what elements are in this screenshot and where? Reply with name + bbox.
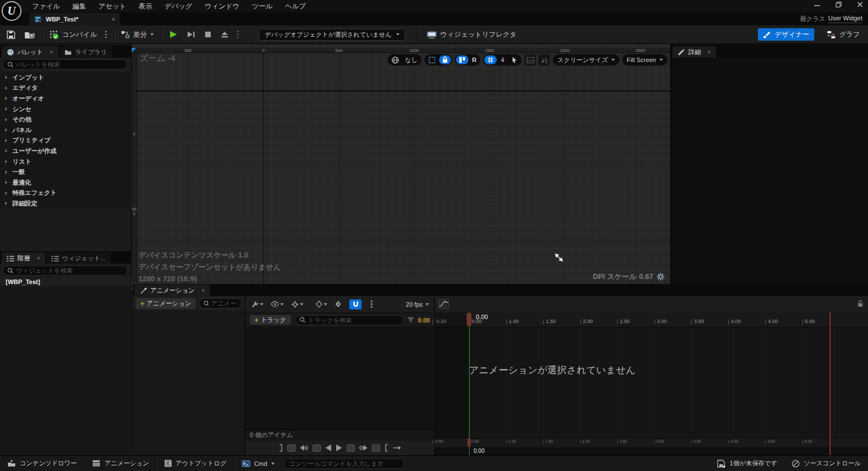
- sequencer-options-button[interactable]: [251, 300, 263, 308]
- jump-to-end-icon[interactable]: [384, 444, 389, 452]
- compile-options-icon[interactable]: [103, 31, 108, 38]
- menu-item[interactable]: ヘルプ: [279, 2, 312, 11]
- play-button[interactable]: [166, 29, 180, 40]
- palette-category[interactable]: プリミティブ: [0, 136, 132, 146]
- palette-search-input[interactable]: [16, 61, 123, 68]
- graph-mode-button[interactable]: グラフ: [827, 28, 860, 41]
- menu-item[interactable]: 表示: [132, 2, 158, 11]
- playback-end-marker[interactable]: [830, 312, 831, 455]
- menu-item[interactable]: アセット: [92, 2, 132, 11]
- unsaved-status[interactable]: 1個が未保存です: [710, 456, 784, 471]
- tab-hierarchy[interactable]: 階層×: [2, 252, 45, 264]
- palette-category[interactable]: 特殊エフェクト: [0, 188, 132, 199]
- stop-button[interactable]: [202, 30, 214, 38]
- animation-search[interactable]: [199, 298, 242, 308]
- console-input-pill[interactable]: [284, 459, 404, 469]
- restore-icon[interactable]: [835, 1, 842, 8]
- tab-palette[interactable]: パレット×: [2, 46, 58, 58]
- output-log-button[interactable]: アウトプットログ: [157, 456, 235, 471]
- source-control-button[interactable]: ソースコントロール: [784, 456, 868, 471]
- palette-category[interactable]: シンセ: [0, 104, 132, 115]
- add-track-button[interactable]: + トラック: [250, 315, 291, 325]
- playhead-handle[interactable]: [467, 313, 471, 326]
- next-key-icon[interactable]: [359, 444, 368, 451]
- grid-size-value[interactable]: 4: [497, 55, 507, 64]
- set-end-button[interactable]: [372, 444, 380, 452]
- screen-size-dropdown[interactable]: スクリーンサイズ: [553, 54, 619, 66]
- localization-preview-pill[interactable]: なし: [388, 54, 422, 66]
- snap-cursor-icon[interactable]: [508, 55, 520, 64]
- step-back-button[interactable]: [313, 444, 321, 452]
- tab-animation[interactable]: アニメーション×: [134, 285, 210, 296]
- console-command-input[interactable]: [289, 460, 400, 467]
- menu-item[interactable]: デバッグ: [158, 2, 198, 11]
- auto-key-button[interactable]: [335, 300, 342, 308]
- flip-preview-icon[interactable]: [539, 54, 550, 66]
- playhead-handle-bottom[interactable]: [467, 438, 471, 447]
- close-icon[interactable]: ×: [37, 255, 40, 261]
- close-icon[interactable]: ×: [708, 49, 711, 55]
- minimize-icon[interactable]: [814, 1, 821, 8]
- browse-asset-button[interactable]: [23, 30, 37, 40]
- animation-drawer-button[interactable]: アニメーション: [85, 456, 157, 471]
- loop-mode-icon[interactable]: [393, 445, 402, 451]
- add-animation-button[interactable]: + アニメーション: [136, 298, 196, 309]
- compile-button[interactable]: コンパイル: [47, 30, 98, 40]
- previous-key-icon[interactable]: [300, 444, 309, 451]
- fill-screen-dropdown[interactable]: Fill Screen: [622, 54, 667, 66]
- play-options-icon[interactable]: [236, 31, 241, 38]
- diff-button[interactable]: 差分: [119, 30, 155, 40]
- playhead-line[interactable]: [469, 312, 470, 455]
- parent-class-link[interactable]: User Widget: [828, 15, 862, 23]
- localization-none-label[interactable]: なし: [402, 55, 421, 64]
- grid-icon[interactable]: [484, 55, 497, 64]
- track-time-display[interactable]: 0.00: [418, 317, 430, 324]
- play-forward-icon[interactable]: [336, 444, 342, 452]
- designer-canvas[interactable]: 50005001000150020002500 05001000 ズーム -4 …: [132, 44, 670, 284]
- widget-reflector-button[interactable]: ウィジェットリフレクタ: [425, 30, 518, 40]
- menu-item[interactable]: ファイル: [26, 2, 66, 11]
- palette-category[interactable]: 最適化: [0, 177, 132, 188]
- asset-tab-wbp-test[interactable]: WBP_Test* ×: [29, 13, 120, 25]
- dpi-settings-gear-icon[interactable]: [657, 273, 665, 281]
- keyframe-options-button[interactable]: [315, 300, 327, 308]
- palette-category[interactable]: ユーザーが作成: [0, 146, 132, 156]
- hierarchy-root-item[interactable]: [WBP_Test]: [0, 277, 132, 286]
- preview-background-icon[interactable]: [524, 54, 536, 66]
- save-button[interactable]: [5, 30, 18, 40]
- hierarchy-search[interactable]: [3, 265, 128, 276]
- menu-item[interactable]: ウィンドウ: [198, 2, 245, 11]
- play-reverse-icon[interactable]: [325, 444, 332, 452]
- asset-tab-close-icon[interactable]: ×: [112, 16, 115, 23]
- cmd-dropdown[interactable]: Cmd: [235, 456, 282, 471]
- sequencer-view-button[interactable]: [271, 301, 284, 307]
- palette-category[interactable]: リスト: [0, 156, 132, 167]
- lock-icon[interactable]: [439, 55, 451, 64]
- sequencer-more-icon[interactable]: [369, 300, 374, 308]
- track-search-input[interactable]: [308, 317, 399, 324]
- set-start-button[interactable]: [287, 444, 296, 452]
- timeline-ruler[interactable]: -0.500.501.001.502.002.503.003.504.004.5…: [434, 312, 868, 328]
- tab-widget-details[interactable]: ウィジェット...: [46, 252, 111, 264]
- filter-funnel-icon[interactable]: [407, 317, 414, 323]
- palette-search[interactable]: [3, 59, 128, 69]
- animation-search-input[interactable]: [211, 300, 237, 307]
- menu-item[interactable]: 編集: [66, 2, 92, 11]
- outline-toggle-icon[interactable]: [426, 55, 439, 64]
- close-window-icon[interactable]: [857, 1, 863, 8]
- step-forward-button[interactable]: [346, 444, 355, 452]
- timeline-ruler-bottom[interactable]: -0.500.501.001.502.002.503.003.504.004.5…: [434, 438, 868, 447]
- close-icon[interactable]: ×: [50, 49, 53, 55]
- snap-magnet-button[interactable]: [349, 299, 362, 309]
- palette-category[interactable]: パネル: [0, 125, 132, 136]
- palette-category[interactable]: 一般: [0, 167, 132, 177]
- jump-to-start-icon[interactable]: [279, 444, 283, 452]
- tab-details[interactable]: 詳細×: [672, 46, 716, 58]
- palette-category[interactable]: インプット: [0, 72, 132, 83]
- alignment-icon[interactable]: [456, 55, 468, 64]
- palette-category[interactable]: 詳細設定: [0, 198, 132, 209]
- respect-locks-label[interactable]: R: [469, 55, 479, 64]
- debug-object-dropdown[interactable]: デバッグオブジェクトが選択されていません: [259, 29, 405, 41]
- palette-category[interactable]: その他: [0, 114, 132, 125]
- curve-editor-icon[interactable]: [439, 299, 449, 308]
